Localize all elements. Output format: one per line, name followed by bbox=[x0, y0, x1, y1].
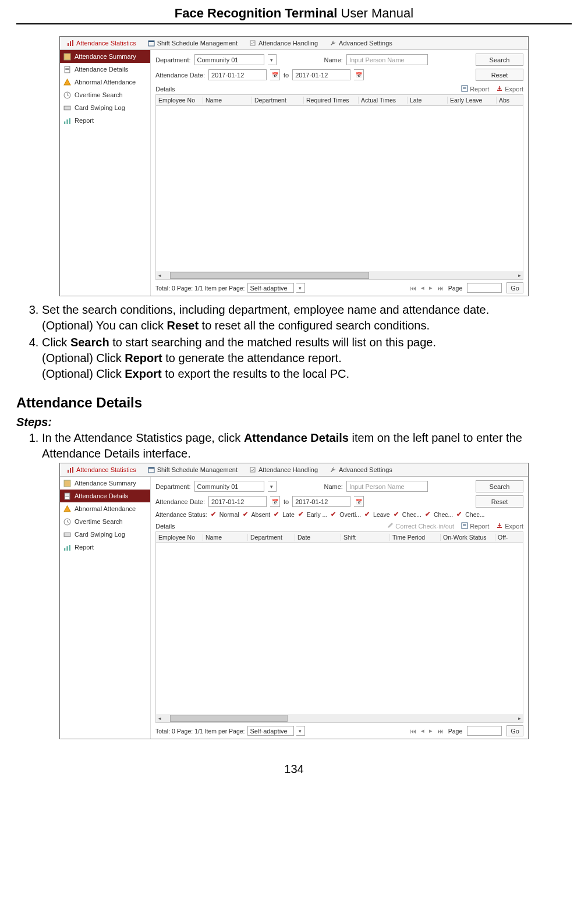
horizontal-scrollbar[interactable]: ◂ ▸ bbox=[156, 271, 523, 279]
sidebar-item-summary[interactable]: Attendance Summary bbox=[60, 477, 150, 490]
th[interactable]: Time Period bbox=[390, 534, 441, 541]
horizontal-scrollbar[interactable]: ◂ ▸ bbox=[156, 714, 523, 722]
th[interactable]: Employee No bbox=[156, 534, 203, 541]
export-link[interactable]: Export bbox=[496, 85, 523, 93]
report-link[interactable]: Report bbox=[461, 522, 489, 530]
scroll-left-icon[interactable]: ◂ bbox=[156, 272, 163, 279]
th[interactable]: Early Leave bbox=[448, 97, 497, 104]
sidebar-item-summary[interactable]: Attendance Summary bbox=[60, 50, 150, 63]
chevron-down-icon[interactable]: ▾ bbox=[268, 54, 277, 65]
page-first-icon[interactable]: ⏮ bbox=[410, 285, 416, 292]
page-input[interactable] bbox=[467, 726, 502, 736]
th[interactable]: Employee No bbox=[156, 97, 203, 104]
page-last-icon[interactable]: ⏭ bbox=[437, 728, 444, 735]
card-icon bbox=[63, 531, 71, 538]
scrollbar-thumb[interactable] bbox=[170, 715, 288, 722]
tab-attendance-statistics[interactable]: Attendance Statistics bbox=[62, 37, 141, 49]
screenshot-attendance-details: Attendance Statistics Shift Schedule Man… bbox=[59, 463, 529, 739]
page-first-icon[interactable]: ⏮ bbox=[410, 728, 416, 735]
name-input[interactable]: Input Person Name bbox=[346, 54, 428, 65]
page-next-icon[interactable]: ▸ bbox=[429, 284, 433, 292]
sidebar-item-overtime[interactable]: Overtime Search bbox=[60, 515, 150, 528]
sidebar-item-report[interactable]: Report bbox=[60, 541, 150, 554]
th[interactable]: Name bbox=[203, 534, 248, 541]
export-link[interactable]: Export bbox=[496, 522, 523, 530]
go-button[interactable]: Go bbox=[506, 725, 523, 736]
tab-attendance-handling[interactable]: Attendance Handling bbox=[245, 463, 323, 476]
sidebar-label: Card Swiping Log bbox=[75, 531, 125, 538]
checkbox-icon[interactable]: ✔ bbox=[364, 510, 370, 518]
checkbox-icon[interactable]: ✔ bbox=[211, 510, 216, 518]
th[interactable]: Department bbox=[248, 534, 295, 541]
th[interactable]: Required Times bbox=[304, 97, 359, 104]
scroll-right-icon[interactable]: ▸ bbox=[516, 715, 523, 722]
scroll-right-icon[interactable]: ▸ bbox=[516, 272, 523, 279]
page-last-icon[interactable]: ⏭ bbox=[437, 285, 444, 292]
th[interactable]: Abs bbox=[497, 97, 523, 104]
sidebar-item-cardlog[interactable]: Card Swiping Log bbox=[60, 528, 150, 541]
correct-checkin-link[interactable]: Correct Check-in/out bbox=[387, 522, 454, 530]
checkbox-icon[interactable]: ✔ bbox=[274, 510, 279, 518]
th[interactable]: Department bbox=[252, 97, 304, 104]
page-next-icon[interactable]: ▸ bbox=[429, 727, 433, 735]
date-from-input[interactable]: 2017-01-12 bbox=[208, 69, 267, 80]
page-prev-icon[interactable]: ◂ bbox=[421, 284, 424, 292]
tab-shift-schedule[interactable]: Shift Schedule Management bbox=[143, 37, 242, 49]
reset-button[interactable]: Reset bbox=[476, 69, 523, 81]
calendar-icon[interactable]: 📅 bbox=[354, 496, 364, 507]
scroll-left-icon[interactable]: ◂ bbox=[156, 715, 163, 722]
checkbox-icon[interactable]: ✔ bbox=[425, 510, 430, 518]
th[interactable]: Shift bbox=[341, 534, 390, 541]
sidebar-item-details[interactable]: Attendance Details bbox=[60, 63, 150, 76]
th[interactable]: Actual Times bbox=[359, 97, 408, 104]
checkbox-icon[interactable]: ✔ bbox=[243, 510, 248, 518]
search-button[interactable]: Search bbox=[476, 54, 523, 66]
calendar-icon[interactable]: 📅 bbox=[270, 69, 280, 80]
sidebar-item-cardlog[interactable]: Card Swiping Log bbox=[60, 101, 150, 114]
search-button[interactable]: Search bbox=[476, 480, 523, 492]
go-button[interactable]: Go bbox=[506, 282, 523, 293]
table-header: Employee No Name Department Required Tim… bbox=[155, 94, 523, 106]
name-input[interactable]: Input Person Name bbox=[346, 481, 428, 492]
th[interactable]: On-Work Status bbox=[441, 534, 495, 541]
tab-attendance-statistics[interactable]: Attendance Statistics bbox=[62, 463, 141, 476]
calendar-icon[interactable]: 📅 bbox=[270, 496, 280, 507]
chevron-down-icon[interactable]: ▾ bbox=[296, 726, 305, 736]
tab-advanced-settings[interactable]: Advanced Settings bbox=[325, 37, 397, 49]
dept-select[interactable]: Community 01 bbox=[194, 54, 264, 65]
checkbox-icon[interactable]: ✔ bbox=[394, 510, 399, 518]
date-to-input[interactable]: 2017-01-12 bbox=[292, 496, 350, 507]
pager: Total: 0 Page: 1/1 Item per Page: Self-a… bbox=[155, 723, 523, 736]
dept-select[interactable]: Community 01 bbox=[194, 481, 264, 492]
chevron-down-icon[interactable]: ▾ bbox=[296, 283, 305, 293]
items-per-page-select[interactable]: Self-adaptive bbox=[247, 283, 294, 293]
tab-advanced-settings[interactable]: Advanced Settings bbox=[325, 463, 397, 476]
th[interactable]: Name bbox=[203, 97, 252, 104]
page-input[interactable] bbox=[467, 283, 502, 293]
th[interactable]: Date bbox=[295, 534, 341, 541]
calendar-icon[interactable]: 📅 bbox=[354, 69, 364, 80]
date-from-input[interactable]: 2017-01-12 bbox=[208, 496, 267, 507]
sidebar-item-details[interactable]: Attendance Details bbox=[60, 490, 150, 502]
sidebar-item-overtime[interactable]: Overtime Search bbox=[60, 88, 150, 101]
svg-rect-18 bbox=[497, 90, 502, 91]
sidebar-item-report[interactable]: Report bbox=[60, 114, 150, 127]
reset-button[interactable]: Reset bbox=[476, 495, 523, 508]
date-to-label: to bbox=[284, 72, 289, 79]
tab-attendance-handling[interactable]: Attendance Handling bbox=[245, 37, 323, 49]
scrollbar-thumb[interactable] bbox=[170, 272, 369, 279]
page-prev-icon[interactable]: ◂ bbox=[421, 727, 424, 735]
sidebar-item-abnormal[interactable]: Abnormal Attendance bbox=[60, 502, 150, 515]
date-to-input[interactable]: 2017-01-12 bbox=[292, 69, 350, 80]
report-link[interactable]: Report bbox=[461, 85, 489, 93]
checkbox-icon[interactable]: ✔ bbox=[331, 510, 336, 518]
tab-shift-schedule[interactable]: Shift Schedule Management bbox=[143, 463, 242, 476]
chevron-down-icon[interactable]: ▾ bbox=[268, 481, 277, 492]
checkbox-icon[interactable]: ✔ bbox=[298, 510, 303, 518]
checkbox-icon[interactable]: ✔ bbox=[456, 510, 462, 518]
items-per-page-select[interactable]: Self-adaptive bbox=[247, 726, 294, 736]
sidebar-item-abnormal[interactable]: Abnormal Attendance bbox=[60, 76, 150, 88]
th[interactable]: Off- bbox=[495, 534, 523, 541]
th[interactable]: Late bbox=[408, 97, 448, 104]
sidebar: Attendance Summary Attendance Details Ab… bbox=[60, 477, 151, 739]
